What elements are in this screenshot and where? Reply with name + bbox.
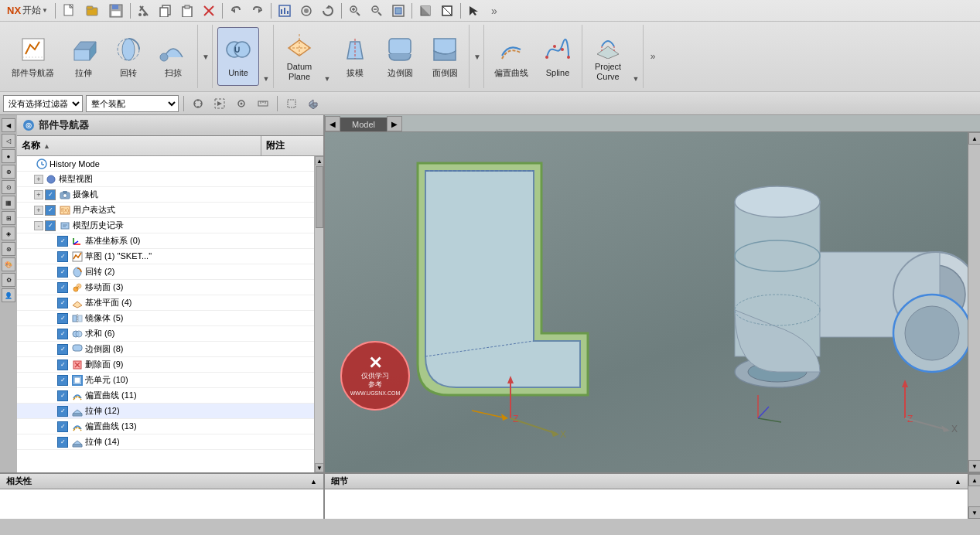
checkbox[interactable]: ✓: [45, 220, 56, 231]
vp-scroll-down[interactable]: ▼: [968, 460, 980, 472]
edge-btn-3[interactable]: ●: [2, 149, 15, 163]
tree-row[interactable]: ✓ 求和 (6): [17, 326, 314, 342]
offset-curve-tool[interactable]: 偏置曲线: [489, 27, 534, 86]
refresh-btn[interactable]: [318, 2, 338, 19]
nav-pin-icon[interactable]: ◎: [23, 120, 34, 131]
more-btn[interactable]: »: [486, 2, 503, 19]
zoom-btn[interactable]: [345, 2, 365, 19]
save-btn[interactable]: [105, 2, 127, 19]
paste-btn[interactable]: [177, 2, 197, 19]
cut-btn[interactable]: [134, 2, 154, 19]
tree-row[interactable]: ✓ 删除面 (9): [17, 357, 314, 373]
scroll-up-btn[interactable]: ▲: [315, 156, 323, 165]
checkbox[interactable]: ✓: [45, 189, 56, 200]
model-tab[interactable]: Model: [340, 118, 387, 131]
main-right-scrollbar[interactable]: ▲ ▼: [968, 474, 980, 519]
tab-right-arrow[interactable]: ▶: [387, 116, 402, 131]
open-btn[interactable]: [82, 2, 104, 19]
tree-scrollbar[interactable]: ▲ ▼: [314, 156, 323, 472]
tree-row[interactable]: ✓ 壳单元 (10): [17, 373, 314, 388]
scroll-down-btn[interactable]: ▼: [315, 463, 323, 472]
wire-btn[interactable]: [437, 2, 457, 19]
checkbox[interactable]: ✓: [57, 329, 68, 339]
start-menu-btn[interactable]: NX 开始 ▼: [3, 2, 52, 19]
snap-btn[interactable]: [189, 95, 207, 112]
expand-icon[interactable]: -: [34, 221, 43, 230]
select-btn[interactable]: [464, 2, 484, 19]
datum-plane-dropdown[interactable]: ▼: [323, 27, 331, 86]
view-btn[interactable]: [296, 2, 316, 19]
dep-expand-btn[interactable]: ▲: [310, 478, 317, 486]
note-column-header[interactable]: 附注: [261, 136, 323, 155]
tree-row[interactable]: + ✓ f(x) 用户表达式: [17, 203, 314, 218]
checkbox[interactable]: ✓: [57, 360, 68, 370]
sweep-tool[interactable]: 扫掠: [152, 27, 194, 86]
assembly-scope-dropdown[interactable]: 整个装配: [86, 95, 179, 112]
tree-row[interactable]: ✓ 基准平面 (4): [17, 295, 314, 311]
tree-row[interactable]: ✓ 边倒圆 (8): [17, 342, 314, 357]
analyze-btn[interactable]: [275, 2, 295, 19]
tree-row[interactable]: + 模型视图: [17, 172, 314, 187]
group3-expand-btn[interactable]: ▼: [473, 41, 482, 72]
tree-row[interactable]: ✓ 偏置曲线 (11): [17, 388, 314, 404]
checkbox[interactable]: ✓: [45, 205, 56, 216]
datum-plane-tool[interactable]: DatumPlane: [278, 27, 320, 86]
edge-btn-5[interactable]: ⊙: [2, 180, 15, 194]
checkbox[interactable]: ✓: [57, 236, 68, 247]
tree-row[interactable]: ✓ 回转 (2): [17, 264, 314, 280]
expand-icon[interactable]: [25, 159, 34, 169]
tree-row[interactable]: History Mode: [17, 156, 314, 172]
tree-row[interactable]: + ✓ 摄像机: [17, 187, 314, 203]
unite-tool[interactable]: ∪ Unite: [217, 27, 259, 86]
tab-left-arrow[interactable]: ◀: [325, 116, 340, 131]
undo-btn[interactable]: [226, 2, 246, 19]
edge-btn-10[interactable]: 🎨: [2, 257, 15, 271]
group1-expand-btn[interactable]: ▼: [201, 41, 210, 72]
name-column-header[interactable]: 名称 ▲: [17, 136, 261, 155]
delete-btn[interactable]: [199, 2, 219, 19]
revolve-tool[interactable]: 回转: [108, 27, 149, 86]
edge-btn-12[interactable]: 👤: [2, 288, 15, 302]
zoom-out-btn[interactable]: [367, 2, 387, 19]
sketch-tool[interactable]: 部件导航器: [6, 27, 60, 86]
unite-dropdown[interactable]: ▼: [262, 27, 270, 86]
checkbox[interactable]: ✓: [57, 375, 68, 386]
copy-btn[interactable]: [155, 2, 176, 19]
checkbox[interactable]: ✓: [57, 251, 68, 262]
new-btn[interactable]: [59, 2, 80, 19]
redo-btn[interactable]: [248, 2, 268, 19]
spline-tool[interactable]: Spline: [537, 27, 579, 86]
face-blend-tool[interactable]: 面倒圆: [424, 27, 466, 86]
edge-btn-4[interactable]: ⊕: [2, 165, 15, 179]
box-select-btn[interactable]: [282, 95, 301, 112]
edge-blend-tool[interactable]: 边倒圆: [379, 27, 421, 86]
checkbox[interactable]: ✓: [57, 298, 68, 308]
view-mode-btn[interactable]: [232, 95, 251, 112]
checkbox[interactable]: ✓: [57, 282, 68, 293]
edge-btn-6[interactable]: ▦: [2, 196, 15, 210]
checkbox[interactable]: ✓: [57, 437, 68, 448]
tree-row[interactable]: ✓ 拉伸 (12): [17, 404, 314, 419]
tree-row[interactable]: ✓ 草图 (1) "SKET...": [17, 249, 314, 264]
edge-btn-11[interactable]: ⚙: [2, 273, 15, 287]
measure-btn[interactable]: [254, 95, 272, 112]
viewport-right-scrollbar[interactable]: ▲ ▼: [968, 132, 980, 472]
edge-btn-8[interactable]: ◈: [2, 227, 15, 240]
main-scroll-up[interactable]: ▲: [968, 474, 980, 486]
tree-row[interactable]: - ✓ 模型历史记录: [17, 218, 314, 233]
render-btn[interactable]: [415, 2, 435, 19]
tree-row[interactable]: ✓ 镜像体 (5): [17, 311, 314, 326]
tree-row[interactable]: ✓ 基准坐标系 (0): [17, 233, 314, 249]
expand-icon[interactable]: +: [34, 206, 43, 215]
tree-row[interactable]: ✓ 偏置曲线 (13): [17, 419, 314, 434]
draft-tool[interactable]: 拔模: [334, 27, 376, 86]
edge-btn-1[interactable]: ◀: [2, 118, 15, 132]
selection-filter-dropdown[interactable]: 没有选择过滤器: [3, 95, 83, 112]
fit-btn[interactable]: [388, 2, 408, 19]
project-curve-dropdown[interactable]: ▼: [632, 27, 640, 86]
edge-btn-2[interactable]: ◁: [2, 134, 15, 148]
3d-canvas[interactable]: Z X: [325, 132, 980, 472]
tree-row[interactable]: ✓ 移动面 (3): [17, 280, 314, 295]
edge-btn-9[interactable]: ⊛: [2, 242, 15, 256]
vp-scroll-up[interactable]: ▲: [968, 132, 980, 145]
